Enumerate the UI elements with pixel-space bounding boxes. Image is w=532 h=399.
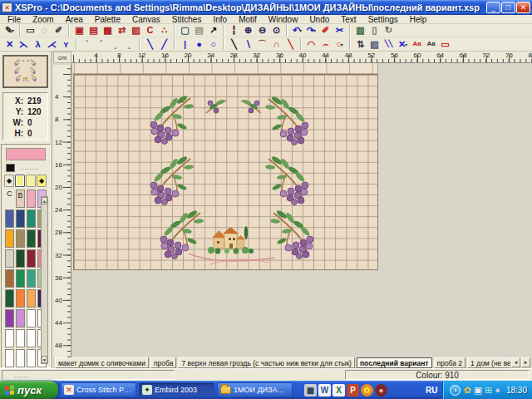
petite-stitch-1-button[interactable]: ˋ	[80, 38, 94, 51]
text-tool-button[interactable]: Aa	[424, 38, 438, 51]
bead-filled-button[interactable]: ●	[192, 38, 206, 51]
pointer-button[interactable]: ↗	[206, 24, 220, 37]
zoom-in-button[interactable]: ⊕	[241, 24, 255, 37]
rotate-motif-button[interactable]: C	[143, 24, 157, 37]
messenger-tray-icon[interactable]: ▣	[474, 386, 482, 395]
menu-item-zoom[interactable]: Zoom	[27, 15, 60, 24]
current-color-bar[interactable]	[6, 148, 46, 160]
tab-4[interactable]: последний вариант	[357, 357, 432, 368]
icq-tray-icon[interactable]: ✿	[463, 386, 470, 395]
edit-pencil-button[interactable]: ✐	[52, 24, 66, 37]
french-knot-button[interactable]: ◆	[4, 175, 14, 187]
undo-button[interactable]: ↶▾	[290, 24, 304, 37]
menu-item-area[interactable]: Area	[60, 15, 89, 24]
flip-motif-button[interactable]: ⇄	[115, 24, 129, 37]
task-button-2[interactable]: ✦Embird 2003	[139, 382, 214, 397]
maximize-button[interactable]: □	[501, 2, 515, 13]
palette-swatch[interactable]	[27, 190, 36, 208]
stitch-canvas[interactable]	[73, 74, 378, 270]
palette-swatch[interactable]	[16, 309, 25, 328]
menu-item-text[interactable]: Text	[335, 15, 362, 24]
paste-motif-button[interactable]: ▤	[86, 24, 101, 37]
fabric-pattern-button[interactable]: ▨	[367, 38, 382, 51]
cross-mode-button[interactable]: ✕▾	[396, 38, 410, 51]
half-stitch-1-button[interactable]: ⋋	[17, 38, 31, 51]
palette-swatch[interactable]	[5, 209, 14, 228]
petite-stitch-4-button[interactable]: ˎ	[122, 38, 136, 51]
menu-item-help[interactable]: Help	[404, 15, 433, 24]
palette-swatch[interactable]	[16, 289, 25, 308]
backstitch-right-button[interactable]: ╱	[157, 38, 171, 51]
circle-outline-button[interactable]: ○▾	[332, 38, 347, 51]
menu-item-undo[interactable]: Undo	[303, 15, 335, 24]
vertical-stitch-button[interactable]: |	[178, 38, 192, 51]
redo-button[interactable]: ↷▾	[304, 24, 318, 37]
petite-stitch-2-button[interactable]: ˊ	[94, 38, 108, 51]
yellow-marker-pale-button[interactable]	[26, 175, 36, 187]
text-tool-red-button[interactable]: Aa	[410, 38, 424, 51]
black-color-swatch[interactable]	[6, 164, 15, 172]
player-icon[interactable]: ●	[375, 384, 387, 397]
zoom-fit-button[interactable]: ⊙	[269, 24, 283, 37]
reload-button[interactable]: ↻	[382, 24, 396, 37]
task-button-3[interactable]: 1МОИ ДИЗАЙНЫ	[217, 382, 293, 397]
export-image-button[interactable]: ▥	[353, 24, 367, 37]
palette-swatch[interactable]	[16, 349, 25, 367]
palette-swatch[interactable]	[16, 229, 25, 248]
tab-1[interactable]: макет домик с оливочками	[55, 357, 149, 368]
task-button-1[interactable]: ✕Cross Stitch Pro...	[61, 382, 136, 397]
menu-item-motif[interactable]: Motif	[233, 15, 263, 24]
icq-quick-icon[interactable]: ✿	[361, 384, 373, 397]
palette-scrollbar[interactable]: ▲ ▼	[41, 196, 48, 364]
straight-red-button[interactable]: ╲	[283, 38, 298, 51]
tab-5[interactable]: проба 2	[434, 357, 466, 368]
palette-swatch[interactable]	[5, 329, 14, 347]
palette-swatch[interactable]	[5, 269, 14, 288]
menu-item-settings[interactable]: Settings	[362, 15, 404, 24]
knot-on-yellow-button[interactable]: ◆	[37, 175, 47, 187]
special-stitch-button[interactable]: ∖	[241, 38, 255, 51]
tab-6[interactable]: 1 дом (не весь для стыковки)	[467, 357, 510, 368]
arc-button[interactable]: ⌢	[318, 38, 332, 51]
lay-thread-button[interactable]: ╲╲	[382, 38, 396, 51]
rect-select-button[interactable]: ▭	[23, 24, 37, 37]
palette-swatch[interactable]	[5, 289, 14, 308]
palette-swatch[interactable]	[27, 209, 36, 228]
crop-motif-button[interactable]: ▩	[101, 24, 115, 37]
menu-item-stitches[interactable]: Stitches	[166, 15, 208, 24]
palette-swatch[interactable]	[5, 309, 14, 328]
menu-item-canvas[interactable]: Canvas	[126, 15, 166, 24]
curve-mix-button[interactable]: ∩	[269, 38, 283, 51]
palette-swatch[interactable]	[16, 329, 25, 347]
copy-motif-button[interactable]: ▣	[72, 24, 86, 37]
select-area-button[interactable]: ▭	[438, 38, 452, 51]
language-indicator[interactable]: RU	[426, 386, 437, 395]
powerpoint-icon[interactable]: P	[347, 384, 359, 397]
palette-swatch[interactable]	[27, 229, 36, 248]
palette-swatch[interactable]	[27, 349, 36, 367]
palette-swatch[interactable]	[16, 269, 25, 288]
half-stitch-2-button[interactable]: λ	[31, 38, 45, 51]
color-pick-button[interactable]: ✐	[318, 24, 332, 37]
tray-chevron-icon[interactable]: ‹	[450, 385, 461, 396]
curve-low-button[interactable]: ⌒	[255, 38, 269, 51]
palette-swatch[interactable]	[16, 209, 25, 228]
half-stitch-3-button[interactable]: ⋌	[45, 38, 59, 51]
tab-2[interactable]: проба	[150, 357, 176, 368]
tab-scroll-left-icon[interactable]: ◂	[511, 357, 520, 367]
export-doc-button[interactable]: ▯	[367, 24, 382, 37]
start-button[interactable]: пуск	[0, 381, 58, 399]
palette-swatch[interactable]	[5, 349, 14, 367]
update-shield-icon[interactable]: ⊞	[485, 386, 492, 395]
palette-swatch[interactable]	[27, 249, 36, 268]
palette-scroll-down-icon[interactable]: ▼	[42, 356, 47, 363]
print-button[interactable]: ▤	[192, 24, 206, 37]
volume-tray-icon[interactable]: ●	[495, 386, 500, 395]
palette-swatch[interactable]	[27, 269, 36, 288]
tab-3[interactable]: 7 верхн левая гроздь (с частью ниж ветки…	[178, 357, 355, 368]
menu-item-palette[interactable]: Palette	[89, 15, 126, 24]
palette-swatch[interactable]	[27, 329, 36, 347]
palette-swatch[interactable]	[5, 229, 14, 248]
draw-tool-button[interactable]: ✎▾	[2, 24, 17, 37]
menu-item-window[interactable]: Window	[263, 15, 304, 24]
